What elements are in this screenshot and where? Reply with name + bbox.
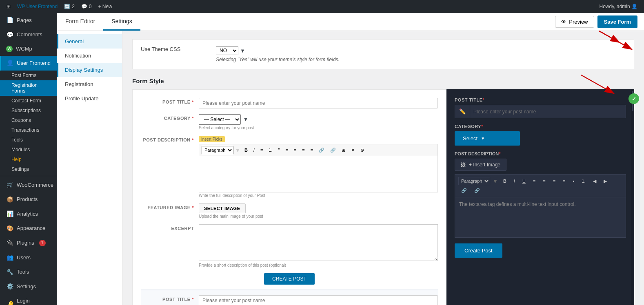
site-name[interactable]: WP User Frontend [14, 0, 61, 13]
sidebar-item-products[interactable]: 📦 Products [0, 192, 57, 207]
dark-unlink-btn[interactable]: 🔗 [471, 187, 483, 194]
sidebar-item-settings[interactable]: ⚙️ Settings [0, 279, 57, 294]
sidebar-comments-label: Comments [17, 31, 42, 38]
second-post-title-input[interactable] [199, 295, 438, 305]
settings-nav-display[interactable]: Display Settings [57, 63, 122, 77]
registration-forms-label: Registration Forms [11, 82, 52, 94]
sidebar-submenu-subscriptions[interactable]: Subscriptions [0, 106, 57, 115]
dark-select-button[interactable]: Select ▼ [455, 131, 520, 146]
sidebar-submenu-help[interactable]: Help [0, 155, 57, 164]
sidebar-item-woocommerce[interactable]: 🛒 WooCommerce [0, 178, 57, 192]
preview-post-title-input-wrap [199, 98, 438, 108]
preview-post-title-input[interactable] [199, 98, 438, 108]
sidebar-submenu-contact-form[interactable]: Contact Form [0, 96, 57, 106]
sidebar-submenu-coupons[interactable]: Coupons [0, 115, 57, 125]
preview-category-select[interactable]: — Select — [199, 114, 241, 125]
grid-btn[interactable]: ⊞ [339, 146, 348, 154]
settings-nav-registration[interactable]: Registration [57, 77, 122, 91]
dark-outdent-btn[interactable]: ◀ [590, 177, 599, 185]
preview-split: POST TITLE * CATEGORY * [132, 89, 634, 305]
comments-link[interactable]: 💬 0 [78, 0, 95, 13]
dark-ul-btn[interactable]: • [570, 177, 577, 185]
italic-btn[interactable]: I [251, 146, 257, 154]
sidebar-item-analytics[interactable]: 📊 Analytics [0, 207, 57, 221]
paragraph-select[interactable]: Paragraph [202, 146, 233, 154]
unlink-btn[interactable]: 🔗 [328, 146, 338, 154]
preview-button[interactable]: 👁 Preview [555, 16, 594, 28]
create-post-button[interactable]: CREATE POST [264, 273, 315, 285]
preview-post-title-label: POST TITLE * [141, 98, 194, 104]
align-justify-btn[interactable]: ≡ [308, 146, 315, 154]
sidebar-submenu-post-forms[interactable]: Post Forms [0, 71, 57, 80]
dark-post-title-input[interactable] [470, 106, 626, 118]
sidebar-item-user-frontend[interactable]: 👤 User Frontend [0, 56, 57, 71]
sidebar-submenu-tools[interactable]: Tools [0, 135, 57, 145]
settings-nav-general[interactable]: General [57, 34, 122, 49]
insert-image-button[interactable]: 🖼 + Insert Image [455, 159, 506, 171]
tab-settings[interactable]: Settings [103, 13, 140, 31]
description-editor-area[interactable] [199, 156, 438, 192]
settings-nav-profile-update[interactable]: Profile Update [57, 91, 122, 106]
dark-align-right-btn[interactable]: ≡ [550, 177, 558, 185]
users-icon: 👥 [6, 254, 13, 262]
bold-btn[interactable]: B [242, 146, 250, 154]
sidebar-submenu-registration-forms[interactable]: Registration Forms [0, 80, 57, 96]
dark-align-center-btn[interactable]: ≡ [540, 177, 548, 185]
wp-logo[interactable]: ⊞ [3, 0, 14, 13]
align-right-btn[interactable]: ≡ [300, 146, 307, 154]
fullscreen-btn[interactable]: ✕ [349, 146, 357, 154]
dark-editor-toolbar: Paragraph ▼ B I U ≡ ≡ ≡ ≡ • [455, 174, 626, 197]
dark-paragraph-select[interactable]: Paragraph [458, 177, 490, 185]
second-post-title-label: POST TITLE * [141, 295, 194, 302]
coupons-label: Coupons [11, 117, 31, 123]
dark-align-left-btn[interactable]: ≡ [530, 177, 538, 185]
help-label: Help [11, 157, 22, 162]
sidebar-item-wcmp[interactable]: W WCMp [0, 42, 57, 56]
sidebar-item-pages[interactable]: 📄 Pages [0, 13, 57, 28]
list-btn[interactable]: ≡ [258, 146, 265, 154]
sidebar-item-tools[interactable]: 🔧 Tools [0, 265, 57, 280]
dark-indent-btn[interactable]: ▶ [601, 177, 610, 185]
updates-link[interactable]: 🔄 2 [61, 0, 78, 13]
sidebar-item-comments[interactable]: 💬 Comments [0, 28, 57, 42]
ol-btn[interactable]: 1. [266, 146, 275, 154]
sidebar-item-plugins[interactable]: 🔌 Plugins 1 [0, 236, 57, 250]
login-icon: 🔑 [6, 301, 13, 305]
quote-btn[interactable]: " [276, 146, 282, 154]
settings-nav-notification[interactable]: Notification [57, 49, 122, 63]
sidebar-submenu-modules[interactable]: Modules [0, 145, 57, 155]
align-left-btn[interactable]: ≡ [283, 146, 290, 154]
plus-btn[interactable]: ⊕ [358, 146, 366, 154]
preview-post-desc-row: POST DESCRIPTION * Insert Picks Paragrap… [141, 136, 438, 198]
dark-underline-btn[interactable]: U [520, 177, 529, 185]
select-image-button[interactable]: SELECT IMAGE [199, 203, 246, 213]
form-style-title: Form Style [132, 77, 634, 84]
use-theme-css-control: NO YES ▼ Selecting "Yes" will use your t… [216, 46, 340, 62]
main-content-area: Form Editor Settings 👁 Preview Save Form [57, 13, 644, 305]
tab-actions: 👁 Preview Save Form [549, 15, 644, 28]
products-label: Products [17, 196, 38, 203]
align-center-btn[interactable]: ≡ [291, 146, 299, 154]
sidebar-submenu-transactions[interactable]: Transactions [0, 125, 57, 135]
tab-form-editor[interactable]: Form Editor [57, 13, 103, 31]
excerpt-textarea[interactable] [199, 224, 438, 261]
chevron-down-icon: ▼ [481, 136, 485, 141]
dark-link-btn[interactable]: 🔗 [458, 187, 470, 194]
theme-css-select[interactable]: NO YES [216, 46, 238, 55]
dark-ol-btn[interactable]: 1. [579, 177, 588, 185]
sidebar-wcmp-label: WCMp [16, 45, 32, 53]
sidebar-submenu-settings[interactable]: Settings [0, 164, 57, 174]
dark-create-post-button[interactable]: Create Post [455, 243, 502, 258]
right-scrollbar[interactable] [631, 89, 634, 305]
dark-justify-btn[interactable]: ≡ [560, 177, 568, 185]
contact-form-label: Contact Form [11, 98, 41, 104]
sidebar-item-appearance[interactable]: 🎨 Appearance [0, 221, 57, 236]
save-form-button[interactable]: Save Form [597, 15, 637, 28]
dark-bold-btn[interactable]: B [500, 177, 509, 185]
dark-description-textarea[interactable]: The textarea tag defines a multi-line te… [455, 197, 626, 238]
dark-italic-btn[interactable]: I [511, 177, 518, 185]
new-content[interactable]: + New [95, 0, 115, 13]
link-btn[interactable]: 🔗 [316, 146, 327, 154]
sidebar-item-login-customizer[interactable]: 🔑 Login Customizer [0, 294, 57, 305]
sidebar-item-users[interactable]: 👥 Users [0, 250, 57, 265]
